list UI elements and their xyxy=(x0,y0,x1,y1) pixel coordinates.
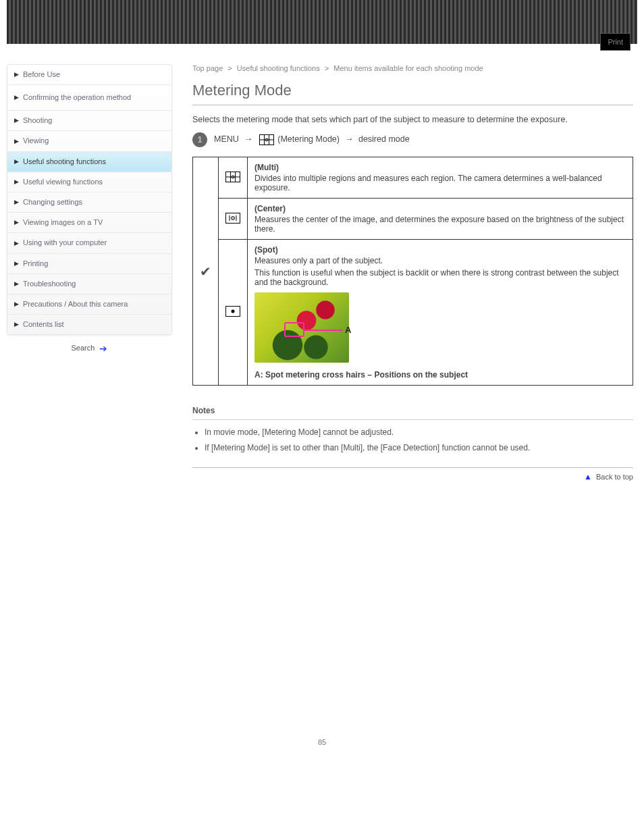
nav-shooting[interactable]: ▶ Shooting xyxy=(7,111,171,131)
nav-label: Printing xyxy=(23,259,48,268)
mode-icon-cell xyxy=(219,199,248,240)
arrow-right-icon: → xyxy=(344,134,353,144)
breadcrumb: Top page > Useful shooting functions > M… xyxy=(192,64,633,72)
svg-point-14 xyxy=(232,310,235,313)
triangle-up-icon: ▲ xyxy=(584,472,592,481)
note-item: In movie mode, [Metering Mode] cannot be… xyxy=(205,427,633,438)
step-desired: desired mode xyxy=(358,134,410,144)
nav-label: Before Use xyxy=(23,70,60,79)
search-label: Search xyxy=(72,344,95,352)
step-metering: (Metering Mode) xyxy=(277,134,340,144)
notes-section: Notes In movie mode, [Metering Mode] can… xyxy=(192,406,633,454)
nav-viewing-tv[interactable]: ▶ Viewing images on a TV xyxy=(7,213,171,233)
note-item: If [Metering Mode] is set to other than … xyxy=(205,442,633,454)
svg-point-12 xyxy=(232,217,234,219)
spot-frame xyxy=(284,322,304,337)
step-number-icon: 1 xyxy=(192,132,207,147)
spot-frame-caption: A: Spot metering cross hairs – Positions… xyxy=(254,370,468,380)
callout-label: A xyxy=(345,325,351,335)
back-to-top-link[interactable]: Back to top xyxy=(596,473,633,481)
nav-label: Using with your computer xyxy=(23,238,107,247)
breadcrumb-b[interactable]: Useful shooting functions xyxy=(237,64,320,72)
nav-label: Shooting xyxy=(23,116,52,125)
step-1: 1 MENU → (Metering Mode) → desired mode xyxy=(192,132,633,147)
nav-before-use[interactable]: ▶ Before Use xyxy=(7,65,171,85)
callout-line xyxy=(304,330,342,331)
footer-row: ▲ Back to top xyxy=(192,467,633,481)
breadcrumb-a[interactable]: Top page xyxy=(192,64,223,72)
nav-precautions[interactable]: ▶ Precautions / About this camera xyxy=(7,294,171,315)
nav-label: Useful shooting functions xyxy=(23,157,106,166)
nav-useful-shooting[interactable]: ▶ Useful shooting functions xyxy=(7,152,171,172)
nav-label: Viewing xyxy=(23,136,49,145)
print-button[interactable]: Print xyxy=(600,33,630,51)
mode-desc: Measures only a part of the subject. xyxy=(254,256,383,265)
table-row: (Center) Measures the center of the imag… xyxy=(193,199,633,240)
checkmark-icon: ✔ xyxy=(200,264,211,279)
mode-icon-cell xyxy=(219,240,248,386)
mode-desc: Measures the center of the image, and de… xyxy=(254,215,624,234)
mode-icon-cell xyxy=(219,157,248,199)
mode-desc-cell: (Center) Measures the center of the imag… xyxy=(248,199,633,240)
metering-spot-icon xyxy=(225,306,240,317)
nav-computer[interactable]: ▶ Using with your computer xyxy=(7,233,171,253)
page-number: 85 xyxy=(7,738,637,746)
metering-multi-icon xyxy=(225,172,240,182)
nav-label: Changing settings xyxy=(23,198,82,207)
chevron-right-icon: ▶ xyxy=(14,138,19,145)
mode-desc-cell: (Multi) Divides into multiple regions an… xyxy=(248,157,633,199)
chevron-right-icon: ▶ xyxy=(14,280,19,288)
notes-rule xyxy=(192,419,633,420)
chevron-right-icon: ▶ xyxy=(14,199,19,206)
arrow-right-icon: → xyxy=(244,134,252,144)
chevron-right-icon: ▶ xyxy=(14,94,19,101)
nav-contents-list[interactable]: ▶ Contents list xyxy=(7,315,171,334)
step-menu: MENU xyxy=(214,134,239,144)
check-cell: ✔ xyxy=(193,157,219,386)
nav-label: Useful viewing functions xyxy=(23,178,103,186)
nav-viewing[interactable]: ▶ Viewing xyxy=(7,131,171,151)
nav-printing[interactable]: ▶ Printing xyxy=(7,254,171,274)
nav-label: Troubleshooting xyxy=(23,280,76,288)
lead-text: Selects the metering mode that sets whic… xyxy=(192,115,633,124)
table-row: ✔ (Multi) Divides into multiple xyxy=(193,157,633,199)
mode-extra: This function is useful when the subject… xyxy=(254,268,626,287)
search-link[interactable]: Search ➔ xyxy=(7,335,172,359)
nav-label: Confirming the operation method xyxy=(23,93,131,102)
nav-label: Viewing images on a TV xyxy=(23,218,103,227)
metering-center-icon xyxy=(225,213,240,224)
chevron-right-icon: ▶ xyxy=(14,321,19,328)
chevron-right-icon: ▶ xyxy=(14,158,19,165)
nav-changing-settings[interactable]: ▶ Changing settings xyxy=(7,192,171,213)
spot-illustration: A xyxy=(254,292,349,363)
chevron-right-icon: ▶ xyxy=(14,117,19,124)
main-content: Top page > Useful shooting functions > M… xyxy=(192,64,637,481)
sidebar: ▶ Before Use ▶ Confirming the operation … xyxy=(7,64,172,359)
breadcrumb-c[interactable]: Menu items available for each shooting m… xyxy=(333,64,483,72)
notes-title: Notes xyxy=(192,406,633,415)
modes-table: ✔ (Multi) Divides into multiple xyxy=(192,157,633,386)
metering-multi-icon xyxy=(259,134,274,145)
nav-troubleshooting[interactable]: ▶ Troubleshooting xyxy=(7,274,171,294)
mode-name: (Spot) xyxy=(254,245,626,255)
chevron-right-icon: ▶ xyxy=(14,219,19,226)
nav-useful-viewing[interactable]: ▶ Useful viewing functions xyxy=(7,172,171,192)
nav-label: Precautions / About this camera xyxy=(23,300,128,309)
mode-desc: Divides into multiple regions and measur… xyxy=(254,174,602,192)
chevron-right-icon: ▶ xyxy=(14,178,19,186)
title-rule xyxy=(192,105,633,105)
mode-name: (Multi) xyxy=(254,163,626,172)
chevron-right-icon: ▶ xyxy=(14,260,19,267)
table-row: (Spot) Measures only a part of the subje… xyxy=(193,240,633,386)
arrow-right-icon: ➔ xyxy=(99,343,107,354)
nav-confirming-operation[interactable]: ▶ Confirming the operation method xyxy=(7,85,171,111)
chevron-right-icon: ▶ xyxy=(14,240,19,247)
chevron-right-icon: ▶ xyxy=(14,301,19,308)
mode-name: (Center) xyxy=(254,204,626,213)
mode-desc-cell: (Spot) Measures only a part of the subje… xyxy=(248,240,633,386)
nav-label: Contents list xyxy=(23,320,64,329)
page-title: Metering Mode xyxy=(192,82,633,99)
header-bar: Print xyxy=(7,0,637,44)
chevron-right-icon: ▶ xyxy=(14,71,19,78)
